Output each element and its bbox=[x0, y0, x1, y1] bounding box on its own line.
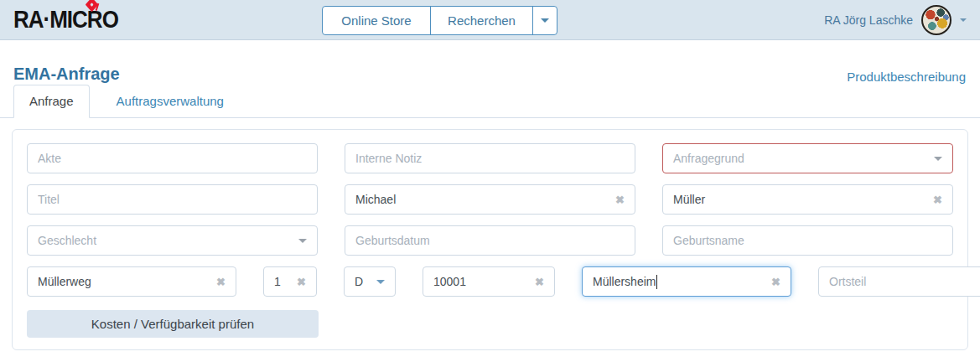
clear-icon[interactable]: ✖ bbox=[535, 277, 544, 287]
clear-icon[interactable]: ✖ bbox=[216, 277, 226, 287]
avatar bbox=[921, 5, 951, 35]
page-title: EMA-Anfrage bbox=[13, 65, 120, 84]
interne-notiz-field[interactable] bbox=[345, 143, 635, 173]
check-cost-availability-button[interactable]: Kosten / Verfügbarkeit prüfen bbox=[27, 310, 319, 338]
ort-value: Müllersheim bbox=[593, 275, 656, 288]
anfragegrund-select[interactable]: Anfragegrund bbox=[662, 143, 953, 173]
top-header-bar: RA·MICRO Online Store Recherchen RA Jörg… bbox=[0, 0, 980, 40]
interne-notiz-input[interactable] bbox=[355, 152, 625, 165]
caret-down-icon bbox=[934, 157, 942, 161]
geburtsname-field[interactable] bbox=[662, 225, 953, 256]
akte-field[interactable] bbox=[27, 143, 318, 173]
geschlecht-placeholder: Geschlecht bbox=[38, 234, 298, 247]
land-value: D bbox=[355, 275, 363, 288]
tab-bar: Anfrage Auftragsverwaltung bbox=[0, 84, 980, 118]
product-description-link[interactable]: Produktbeschreibung bbox=[847, 70, 966, 84]
hausnummer-input[interactable] bbox=[274, 275, 290, 288]
plz-input[interactable] bbox=[433, 275, 528, 288]
caret-down-icon bbox=[541, 18, 549, 23]
clear-icon[interactable]: ✖ bbox=[615, 194, 625, 205]
clear-icon[interactable]: ✖ bbox=[297, 277, 306, 287]
tab-auftragsverwaltung[interactable]: Auftragsverwaltung bbox=[101, 85, 239, 117]
anfrage-form-panel: Anfragegrund ✖ ✖ Geschlecht bbox=[12, 129, 968, 350]
titel-field[interactable] bbox=[27, 184, 318, 215]
ortsteil-field[interactable] bbox=[818, 266, 980, 297]
ort-field[interactable]: Müllersheim ✖ bbox=[582, 266, 791, 297]
anfragegrund-placeholder: Anfragegrund bbox=[673, 152, 934, 165]
akte-input[interactable] bbox=[38, 152, 307, 165]
logo-text: RA·MICRO bbox=[13, 5, 118, 34]
page-header: EMA-Anfrage Produktbeschreibung bbox=[0, 40, 980, 84]
form-row-address: ✖ ✖ D ✖ Müllersheim ✖ bbox=[27, 266, 953, 297]
form-row-1: Anfragegrund bbox=[27, 143, 953, 173]
vorname-field[interactable]: ✖ bbox=[345, 184, 635, 215]
form-row-3: Geschlecht bbox=[27, 225, 953, 256]
user-name: RA Jörg Laschke bbox=[824, 13, 913, 27]
ortsteil-input[interactable] bbox=[829, 275, 980, 288]
clear-icon[interactable]: ✖ bbox=[771, 277, 780, 287]
geburtsdatum-input[interactable] bbox=[355, 234, 625, 247]
text-cursor bbox=[656, 275, 657, 289]
ra-micro-logo[interactable]: RA·MICRO bbox=[13, 5, 118, 34]
online-store-button[interactable]: Online Store bbox=[323, 7, 431, 34]
recherchen-button[interactable]: Recherchen bbox=[431, 7, 533, 34]
titel-input[interactable] bbox=[38, 193, 307, 206]
caret-down-icon bbox=[298, 239, 307, 243]
header-nav-button-group: Online Store Recherchen bbox=[322, 6, 557, 35]
submit-row: Kosten / Verfügbarkeit prüfen bbox=[27, 310, 953, 338]
vorname-input[interactable] bbox=[355, 193, 609, 206]
caret-down-icon bbox=[960, 18, 967, 22]
geschlecht-select[interactable]: Geschlecht bbox=[27, 225, 318, 256]
geburtsdatum-field[interactable] bbox=[345, 225, 635, 256]
nav-dropdown-button[interactable] bbox=[533, 7, 557, 34]
plz-field[interactable]: ✖ bbox=[423, 266, 555, 297]
caret-down-icon bbox=[376, 280, 385, 284]
strasse-field[interactable]: ✖ bbox=[27, 266, 236, 297]
strasse-input[interactable] bbox=[38, 275, 210, 288]
nachname-input[interactable] bbox=[673, 193, 926, 206]
clear-icon[interactable]: ✖ bbox=[933, 194, 942, 205]
tab-anfrage[interactable]: Anfrage bbox=[13, 85, 90, 118]
user-menu[interactable]: RA Jörg Laschke bbox=[824, 5, 967, 35]
nachname-field[interactable]: ✖ bbox=[662, 184, 953, 215]
form-row-2: ✖ ✖ bbox=[27, 184, 953, 215]
geburtsname-input[interactable] bbox=[673, 234, 942, 247]
hausnummer-field[interactable]: ✖ bbox=[263, 266, 317, 297]
land-select[interactable]: D bbox=[344, 266, 396, 297]
